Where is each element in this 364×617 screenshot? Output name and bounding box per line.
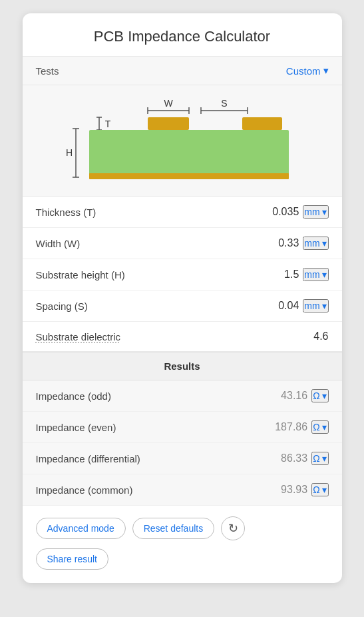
result-value-odd: 43.16 <box>281 390 307 402</box>
param-row-substrate-height: Substrate height (H) 1.5 mm ▾ <box>23 259 342 291</box>
refresh-button[interactable]: ↻ <box>221 516 245 540</box>
param-unit-substrate-height[interactable]: mm ▾ <box>303 268 328 281</box>
param-unit-spacing[interactable]: mm ▾ <box>303 299 328 312</box>
result-value-group-common: 93.93 Ω ▾ <box>281 483 328 496</box>
param-value-thickness: 0.035 <box>272 206 299 218</box>
param-label-spacing: Spacing (S) <box>36 301 88 312</box>
tests-dropdown-arrow: ▾ <box>323 65 329 77</box>
result-unit-odd[interactable]: Ω ▾ <box>311 389 328 402</box>
param-value-group-width: 0.33 mm ▾ <box>278 237 328 250</box>
svg-text:S: S <box>221 98 227 109</box>
svg-rect-17 <box>89 173 289 179</box>
param-unit-thickness[interactable]: mm ▾ <box>303 205 328 219</box>
refresh-icon: ↻ <box>228 521 238 536</box>
result-value-differential: 86.33 <box>281 452 307 464</box>
param-value-spacing: 0.04 <box>278 300 299 312</box>
reset-defaults-button[interactable]: Reset defaults <box>132 518 215 539</box>
result-label-odd: Impedance (odd) <box>36 390 111 402</box>
result-row-common: Impedance (common) 93.93 Ω ▾ <box>23 474 342 506</box>
tests-dropdown[interactable]: Custom ▾ <box>286 65 329 77</box>
share-result-button[interactable]: Share result <box>36 548 108 570</box>
result-row-differential: Impedance (differential) 86.33 Ω ▾ <box>23 443 342 474</box>
tests-label: Tests <box>36 65 59 77</box>
result-value-group-odd: 43.16 Ω ▾ <box>281 389 328 402</box>
result-value-group-even: 187.86 Ω ▾ <box>275 420 328 434</box>
results-header: Results <box>23 352 342 380</box>
param-label-dielectric: Substrate dielectric <box>36 331 121 342</box>
pcb-diagram-svg: H T W S <box>36 92 329 185</box>
tests-value: Custom <box>286 65 321 77</box>
pcb-diagram: H T W S <box>36 92 329 185</box>
param-label-thickness: Thickness (T) <box>36 207 96 218</box>
param-value-group-dielectric: 4.6 <box>313 330 328 342</box>
param-value-dielectric: 4.6 <box>313 330 328 342</box>
main-card: PCB Impedance Calculator Tests Custom ▾ … <box>23 13 342 583</box>
param-row-spacing: Spacing (S) 0.04 mm ▾ <box>23 291 342 322</box>
results-section: Impedance (odd) 43.16 Ω ▾ Impedance (eve… <box>23 380 342 506</box>
diagram-area: H T W S <box>23 85 342 197</box>
result-value-common: 93.93 <box>281 484 307 496</box>
param-value-group-thickness: 0.035 mm ▾ <box>272 205 328 219</box>
param-label-width: Width (W) <box>36 238 81 249</box>
result-unit-even[interactable]: Ω ▾ <box>311 420 328 434</box>
share-btn-row: Share result <box>23 548 342 583</box>
result-row-even: Impedance (even) 187.86 Ω ▾ <box>23 412 342 443</box>
result-value-group-differential: 86.33 Ω ▾ <box>281 452 328 465</box>
param-unit-width[interactable]: mm ▾ <box>303 237 328 250</box>
svg-rect-16 <box>89 130 289 177</box>
result-label-common: Impedance (common) <box>36 484 133 496</box>
param-value-group-substrate-height: 1.5 mm ▾ <box>284 268 328 281</box>
result-unit-differential[interactable]: Ω ▾ <box>311 452 328 465</box>
footer-buttons: Advanced mode Reset defaults ↻ <box>23 506 342 548</box>
svg-text:W: W <box>164 98 173 109</box>
advanced-mode-button[interactable]: Advanced mode <box>36 518 126 539</box>
svg-text:H: H <box>65 147 72 158</box>
param-row-width: Width (W) 0.33 mm ▾ <box>23 228 342 259</box>
svg-text:T: T <box>104 119 110 129</box>
result-value-even: 187.86 <box>275 421 307 433</box>
param-row-dielectric: Substrate dielectric 4.6 <box>23 322 342 351</box>
param-value-group-spacing: 0.04 mm ▾ <box>278 299 328 312</box>
page-title: PCB Impedance Calculator <box>23 13 342 57</box>
param-value-substrate-height: 1.5 <box>284 269 299 281</box>
result-label-even: Impedance (even) <box>36 422 116 433</box>
result-unit-common[interactable]: Ω ▾ <box>311 483 328 496</box>
param-value-width: 0.33 <box>278 237 299 249</box>
result-row-odd: Impedance (odd) 43.16 Ω ▾ <box>23 380 342 412</box>
params-section: Thickness (T) 0.035 mm ▾ Width (W) 0.33 … <box>23 197 342 352</box>
result-label-differential: Impedance (differential) <box>36 453 140 464</box>
param-row-thickness: Thickness (T) 0.035 mm ▾ <box>23 197 342 228</box>
svg-rect-19 <box>242 117 282 130</box>
tests-row: Tests Custom ▾ <box>23 57 342 85</box>
param-label-substrate-height: Substrate height (H) <box>36 269 125 281</box>
svg-rect-18 <box>148 117 189 130</box>
